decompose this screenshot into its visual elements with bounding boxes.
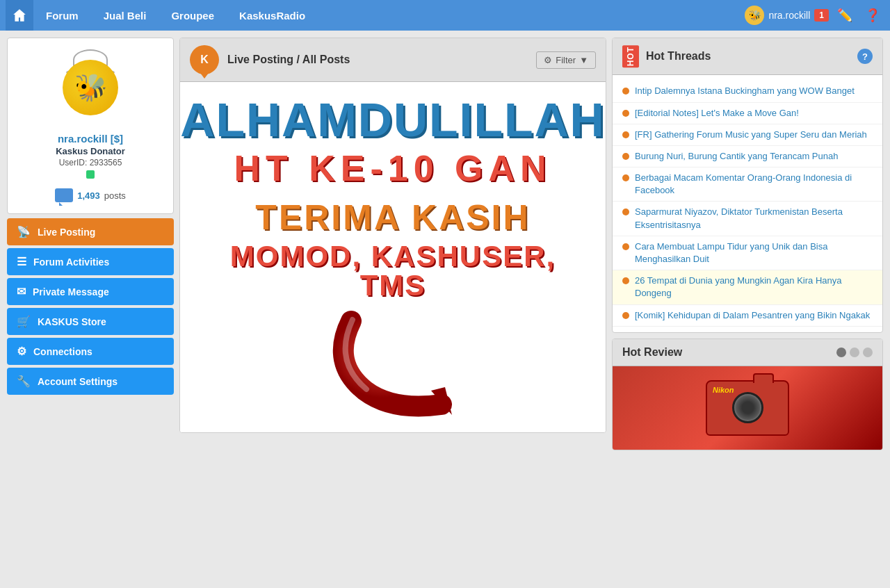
- bee-body: 🐝: [63, 60, 118, 115]
- sidebar-btn-kaskus-store[interactable]: 🛒 KASKUS Store: [7, 308, 174, 335]
- filter-chevron-icon: ▼: [579, 55, 588, 65]
- posts-count: 1,493: [77, 190, 100, 201]
- sidebar-label-private-message: Private Message: [33, 286, 109, 297]
- hot-threads-panel: HOT Hot Threads ? Intip Dalemnya Istana …: [612, 38, 883, 333]
- nav-jual-beli[interactable]: Jual Beli: [91, 0, 159, 31]
- hot-dot: [622, 174, 629, 181]
- hot-dot: [622, 209, 629, 215]
- content-header-title: Live Posting / All Posts: [227, 54, 528, 66]
- help-icon[interactable]: ❓: [861, 5, 884, 26]
- sidebar-label-account-settings: Account Settings: [38, 376, 118, 387]
- forum-activities-icon: ☰: [17, 255, 26, 268]
- sidebar-label-live-posting: Live Posting: [38, 227, 95, 238]
- nav-groupee[interactable]: Groupee: [159, 0, 227, 31]
- hot-threads-header: HOT Hot Threads ?: [613, 38, 882, 75]
- kaskus-logo: K: [200, 54, 209, 66]
- topnav-right: 🐝 nra.rockill 1 ✏️ ❓: [745, 5, 884, 26]
- hot-thread-text: [FR] Gathering Forum Music yang Super Se…: [635, 129, 867, 141]
- hot-thread-item[interactable]: Burung Nuri, Burung Cantik yang Terancam…: [613, 146, 882, 168]
- notification-badge[interactable]: 1: [814, 9, 829, 22]
- profile-username[interactable]: nra.rockill [$]: [19, 133, 162, 145]
- nav-forum[interactable]: Forum: [33, 0, 91, 31]
- sidebar-menu: 📡 Live Posting ☰ Forum Activities ✉ Priv…: [7, 218, 174, 395]
- hot-label: HOT: [622, 45, 639, 67]
- hot-review-image: Nikon: [613, 366, 882, 450]
- hot-threads-title: Hot Threads: [646, 50, 850, 63]
- hot-thread-text: Saparmurat Niyazov, Diktator Turkmenista…: [635, 206, 873, 231]
- sidebar-label-forum-activities: Forum Activities: [33, 256, 109, 268]
- post-momod: MOMOD, KASHUSER, TMS: [194, 242, 592, 300]
- main-content: K Live Posting / All Posts ⚙ Filter ▼ AL…: [179, 38, 606, 433]
- post-ht: HT KE-10 GAN: [234, 150, 551, 186]
- avatar: 🐝: [52, 49, 129, 126]
- right-sidebar: HOT Hot Threads ? Intip Dalemnya Istana …: [612, 38, 883, 450]
- sidebar-btn-private-message[interactable]: ✉ Private Message: [7, 278, 174, 305]
- hot-dot: [622, 243, 629, 250]
- hot-thread-item[interactable]: [Editorial Notes] Let's Make a Move Gan!: [613, 103, 882, 124]
- hot-thread-item[interactable]: Intip Dalemnya Istana Buckingham yang WO…: [613, 81, 882, 102]
- connections-icon: ⚙: [17, 345, 26, 358]
- review-dot-2[interactable]: [850, 348, 859, 357]
- profile-role: Kaskus Donator: [19, 146, 162, 156]
- hot-dot: [622, 153, 629, 160]
- kaskus-store-icon: 🛒: [17, 315, 31, 328]
- review-dot-3[interactable]: [863, 348, 873, 357]
- nav-kaskus-radio[interactable]: KaskusRadio: [227, 0, 318, 31]
- posts-label: posts: [104, 190, 126, 201]
- hot-thread-text: [Komik] Kehidupan di Dalam Pesantren yan…: [635, 309, 870, 322]
- sidebar-label-connections: Connections: [33, 346, 92, 357]
- camera-bump: [753, 373, 774, 383]
- user-avatar: 🐝: [745, 6, 764, 25]
- hot-review-header: Hot Review: [613, 339, 882, 366]
- arrow-svg: [323, 307, 462, 418]
- hot-thread-item[interactable]: Saparmurat Niyazov, Diktator Turkmenista…: [613, 202, 882, 236]
- sidebar-btn-account-settings[interactable]: 🔧 Account Settings: [7, 368, 174, 395]
- hot-thread-text: Intip Dalemnya Istana Buckingham yang WO…: [635, 85, 855, 97]
- hot-thread-item[interactable]: Berbagai Macam Komentar Orang-Orang Indo…: [613, 168, 882, 202]
- sidebar-btn-connections[interactable]: ⚙ Connections: [7, 338, 174, 365]
- live-posting-icon: 📡: [17, 225, 31, 238]
- topnav: Forum Jual Beli Groupee KaskusRadio 🐝 nr…: [0, 0, 890, 31]
- review-carousel-dots: [836, 348, 873, 357]
- hot-thread-text: Cara Membuat Lampu Tidur yang Unik dan B…: [635, 240, 873, 266]
- hot-thread-item[interactable]: [FR] Gathering Forum Music yang Super Se…: [613, 124, 882, 146]
- post-alhamdulillah: ALHAMDULILLAH: [180, 96, 605, 143]
- hot-dot: [622, 277, 629, 284]
- hot-review-title: Hot Review: [622, 346, 682, 359]
- camera-lens: [732, 392, 763, 423]
- camera-body: Nikon: [706, 380, 789, 436]
- hot-thread-text: [Editorial Notes] Let's Make a Move Gan!: [635, 107, 799, 120]
- hot-dot: [622, 88, 629, 95]
- user-info[interactable]: 🐝 nra.rockill: [745, 6, 810, 25]
- post-content: ALHAMDULILLAH HT KE-10 GAN TERIMA KASIH …: [180, 82, 606, 432]
- sidebar-label-kaskus-store: KASKUS Store: [38, 316, 106, 327]
- hot-thread-text: Burung Nuri, Burung Cantik yang Terancam…: [635, 150, 838, 163]
- profile-userid: UserID: 2933565: [19, 158, 162, 168]
- content-header-icon: K: [190, 45, 219, 74]
- filter-button[interactable]: ⚙ Filter ▼: [536, 51, 596, 69]
- account-settings-icon: 🔧: [17, 375, 31, 388]
- hot-thread-item[interactable]: 26 Tempat di Dunia yang Mungkin Agan Kir…: [613, 270, 882, 304]
- hot-thread-text: 26 Tempat di Dunia yang Mungkin Agan Kir…: [635, 275, 873, 300]
- hot-thread-item[interactable]: Cara Membuat Lampu Tidur yang Unik dan B…: [613, 236, 882, 270]
- filter-gear-icon: ⚙: [544, 55, 552, 65]
- hot-threads-list: Intip Dalemnya Istana Buckingham yang WO…: [613, 75, 882, 332]
- edit-icon[interactable]: ✏️: [833, 5, 857, 26]
- hot-dot: [622, 131, 629, 138]
- sidebar-btn-forum-activities[interactable]: ☰ Forum Activities: [7, 248, 174, 275]
- main-layout: 🐝 nra.rockill [$] Kaskus Donator UserID:…: [0, 31, 890, 457]
- hot-dot: [622, 110, 629, 117]
- home-icon: [12, 8, 27, 23]
- hot-thread-item[interactable]: [Komik] Kehidupan di Dalam Pesantren yan…: [613, 305, 882, 327]
- hot-review-panel: Hot Review Nikon: [612, 338, 883, 450]
- hot-threads-help-icon[interactable]: ?: [857, 49, 873, 64]
- online-indicator: [86, 170, 95, 179]
- posts-icon: [55, 188, 73, 202]
- filter-label: Filter: [556, 55, 576, 65]
- profile-card: 🐝 nra.rockill [$] Kaskus Donator UserID:…: [7, 38, 174, 214]
- home-button[interactable]: [6, 0, 33, 31]
- review-dot-1[interactable]: [836, 348, 846, 357]
- sidebar-btn-live-posting[interactable]: 📡 Live Posting: [7, 218, 174, 245]
- private-message-icon: ✉: [17, 285, 26, 298]
- arrow-decoration: [323, 307, 462, 418]
